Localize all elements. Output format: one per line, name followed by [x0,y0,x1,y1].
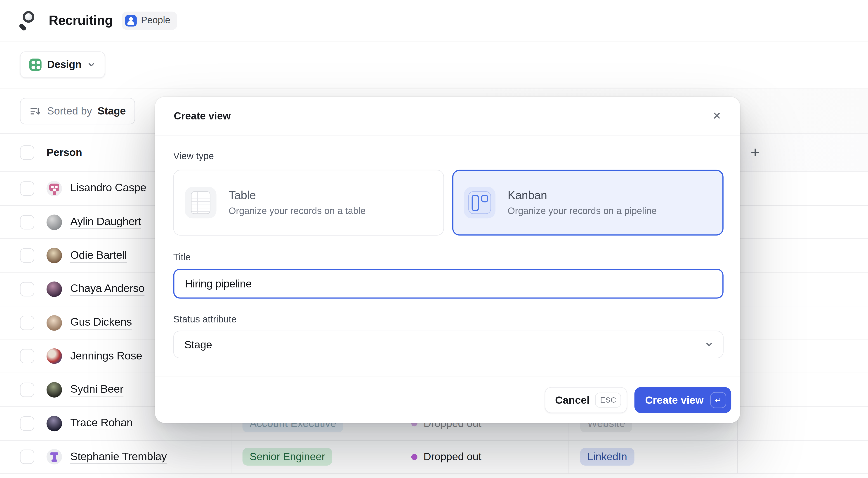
views-bar: Design [0,41,868,89]
person-name-link[interactable]: Gus Dickens [70,316,132,330]
person-name-link[interactable]: Stephanie Tremblay [70,450,167,464]
avatar [46,181,62,196]
person-name-link[interactable]: Chaya Anderso [70,282,145,296]
magnifier-emoji-icon [19,11,39,31]
status-attribute-select[interactable]: Stage [174,331,723,358]
chevron-down-icon [705,340,714,349]
row-checkbox[interactable] [20,383,34,397]
sorted-by-button[interactable]: Sorted by Stage [20,98,135,124]
row-checkbox[interactable] [20,282,34,297]
job-title-cell: Senior Engineer [231,441,400,474]
option-description: Organize your records on a pipeline [508,206,657,217]
column-divider [737,441,738,474]
grid-view-icon [29,59,41,71]
sorted-by-label: Sorted by [47,105,92,117]
create-view-modal: Create view ✕ View type Table Organize y… [155,97,740,423]
person-column-header: Person [46,146,82,159]
option-title: Kanban [508,189,657,202]
kanban-view-icon [464,187,495,218]
person-icon [125,15,136,26]
avatar [46,349,62,364]
status-attribute-label: Status attribute [174,314,723,325]
person-name-link[interactable]: Trace Rohan [70,416,133,430]
cancel-button[interactable]: Cancel ESC [545,387,627,413]
sorted-by-value: Stage [98,105,126,117]
source-badge: LinkedIn [580,448,634,466]
create-view-label: Create view [645,394,704,406]
person-name-link[interactable]: Jennings Rose [70,349,142,363]
job-title-badge: Senior Engineer [243,448,332,466]
option-description: Organize your records on a table [228,206,366,217]
stage-value: Dropped out [423,451,481,463]
row-checkbox[interactable] [20,416,34,431]
row-checkbox[interactable] [20,215,34,229]
view-type-option-table[interactable]: Table Organize your records on a table [174,170,444,236]
cancel-label: Cancel [555,394,590,406]
option-title: Table [228,189,366,202]
avatar [46,248,62,264]
view-type-option-kanban[interactable]: Kanban Organize your records on a pipeli… [452,170,723,236]
row-checkbox[interactable] [20,315,34,330]
modal-header: Create view ✕ [155,97,740,135]
row-checkbox[interactable] [20,248,34,263]
title-field-label: Title [174,252,723,263]
person-name-link[interactable]: Lisandro Caspe [70,181,146,195]
person-name-link[interactable]: Sydni Beer [70,383,123,397]
chevron-down-icon [87,60,96,69]
status-attribute-value: Stage [184,338,705,351]
modal-footer: Cancel ESC Create view ↵ [155,377,740,423]
avatar [46,214,62,230]
top-header: Recruiting People [0,0,868,41]
table-row: Stephanie TremblaySenior EngineerDropped… [0,441,868,474]
app-window: Recruiting People Design Sorted by Stage… [0,0,868,478]
view-tab-label: Design [47,59,81,71]
view-tab-design[interactable]: Design [20,52,105,78]
page-title: Recruiting [49,13,113,28]
view-type-label: View type [174,151,723,162]
source-cell: LinkedIn [568,441,737,474]
sort-icon [29,105,41,117]
avatar [46,449,62,465]
avatar [46,416,62,431]
person-name-link[interactable]: Aylin Daughert [70,215,141,229]
stage-cell: Dropped out [400,441,568,474]
select-all-checkbox[interactable] [20,145,34,160]
avatar [46,315,62,331]
row-checkbox[interactable] [20,181,34,196]
table-view-icon [185,187,217,218]
esc-key-hint: ESC [595,392,621,408]
create-view-button[interactable]: Create view ↵ [634,387,731,413]
close-icon[interactable]: ✕ [712,111,721,121]
person-name-link[interactable]: Odie Bartell [70,249,127,262]
row-checkbox[interactable] [20,450,34,464]
row-checkbox[interactable] [20,349,34,364]
modal-body: View type Table Organize your records on… [155,135,740,358]
object-badge-people[interactable]: People [122,11,177,30]
modal-title: Create view [174,110,712,122]
stage-dot-icon [411,454,417,460]
view-title-input[interactable] [174,269,723,299]
object-badge-label: People [141,15,170,26]
avatar [46,382,62,398]
add-column-button[interactable]: + [751,145,760,161]
enter-key-hint: ↵ [710,392,726,408]
avatar [46,281,62,297]
